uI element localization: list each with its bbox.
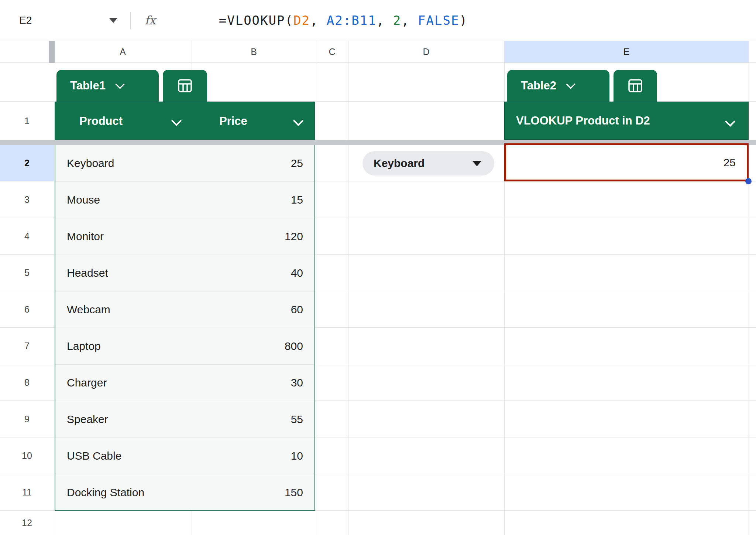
formula-token-range: A2:B11 [327,13,377,28]
cell-a7[interactable]: Laptop [55,340,101,352]
table1-chip-label: Table1 [70,79,106,92]
formula-token: , [401,13,418,28]
table-row: Charger 30 [55,364,315,401]
name-box-dropdown-icon[interactable] [109,18,117,23]
table1-header-row: Product Price [55,102,315,140]
cell-a4[interactable]: Monitor [55,230,104,243]
formula-token: =VLOOKUP( [219,13,293,28]
table1: Product Price Keyboard 25 Mouse 15 Monit… [55,102,315,511]
cell-b8[interactable]: 30 [291,376,315,389]
column-header-b[interactable]: B [192,41,316,62]
dropdown-arrow-icon[interactable] [472,161,482,166]
table2-chip-label: Table2 [521,79,556,92]
chevron-down-icon[interactable] [293,116,303,126]
name-box[interactable]: E2 [0,0,130,41]
cell-a8[interactable]: Charger [55,376,107,389]
formula-token: ) [459,13,467,28]
chevron-down-icon[interactable] [115,79,124,89]
row-header-1[interactable]: 1 [0,102,54,140]
row-header-9[interactable]: 9 [0,401,54,437]
table-row: Speaker 55 [55,401,315,437]
table1-header-product[interactable]: Product [79,102,123,140]
table2-header-row: VLOOKUP Product in D2 [504,102,749,140]
cell-a9[interactable]: Speaker [55,413,108,426]
formula-token: , [310,13,327,28]
formula-bar: E2 fx =VLOOKUP(D2, A2:B11, 2, FALSE) [0,0,756,41]
table1-menu-chip[interactable] [163,70,207,102]
cell-b4[interactable]: 120 [285,230,315,243]
table-row: Headset 40 [55,255,315,291]
row-header-12[interactable]: 12 [0,511,54,535]
cell-b7[interactable]: 800 [285,340,315,352]
table2-header-label[interactable]: VLOOKUP Product in D2 [516,102,650,139]
cell-b10[interactable]: 10 [291,450,315,462]
row-header-2[interactable]: 2 [0,145,54,181]
active-cell-reference: E2 [19,14,32,26]
cell-b11[interactable]: 150 [285,486,315,499]
cell-e2-selected[interactable]: 25 [504,143,749,181]
column-header-e[interactable]: E [504,41,749,62]
table-icon [627,78,643,94]
select-all-corner[interactable] [0,41,49,62]
row-header-4[interactable]: 4 [0,218,54,255]
column-header-d[interactable]: D [348,41,504,62]
formula-token-number: 2 [393,13,401,28]
table-row: Docking Station 150 [55,474,315,511]
formula-token-boolean: FALSE [418,13,459,28]
table-icon [177,78,193,94]
row-header-11[interactable]: 11 [0,474,54,511]
row-header-8[interactable]: 8 [0,364,54,401]
d2-dropdown[interactable]: Keyboard [362,151,494,176]
gridline-vertical [749,41,749,535]
column-header-a[interactable]: A [54,41,192,62]
cell-a3[interactable]: Mouse [55,194,100,206]
table2-name-chip[interactable]: Table2 [507,70,609,102]
chevron-down-icon[interactable] [566,79,575,89]
cell-a6[interactable]: Webcam [55,303,110,316]
table1-header-price[interactable]: Price [219,102,247,140]
formula-token: , [377,13,393,28]
formula-token-cell-ref: D2 [293,13,310,28]
gridline-vertical [54,41,54,535]
cell-b6[interactable]: 60 [291,303,315,316]
table-row: Mouse 15 [55,181,315,218]
chevron-down-icon[interactable] [171,116,182,126]
row-header-6[interactable]: 6 [0,291,54,328]
cell-b2[interactable]: 25 [291,157,315,170]
d2-dropdown-value: Keyboard [374,157,425,170]
cell-b9[interactable]: 55 [291,413,315,426]
row-header-3[interactable]: 3 [0,181,54,218]
table-row: Laptop 800 [55,328,315,364]
cell-e2-value: 25 [724,156,736,169]
column-header-c[interactable]: C [316,41,348,62]
chevron-down-icon[interactable] [725,116,735,127]
row-header-10[interactable]: 10 [0,437,54,474]
gridline-vertical [348,41,348,535]
formula-input[interactable]: =VLOOKUP(D2, A2:B11, 2, FALSE) [169,0,468,42]
spreadsheet-app: E2 fx =VLOOKUP(D2, A2:B11, 2, FALSE) A B… [0,0,756,535]
column-header-strip: A B C D E [0,41,756,63]
gridline-vertical [316,41,316,535]
cell-a11[interactable]: Docking Station [55,486,144,499]
cell-a10[interactable]: USB Cable [55,450,121,462]
cell-a2[interactable]: Keyboard [55,157,114,170]
fx-icon: fx [145,13,156,27]
cell-a5[interactable]: Headset [55,267,108,279]
table2-menu-chip[interactable] [614,70,657,102]
cell-b3[interactable]: 15 [291,194,315,206]
table1-name-chip[interactable]: Table1 [56,70,159,102]
formula-bar-divider [130,12,131,29]
table-row: USB Cable 10 [55,437,315,474]
fill-handle[interactable] [745,178,752,184]
row-header-5[interactable]: 5 [0,255,54,291]
table-row: Keyboard 25 [55,140,315,181]
table-row: Monitor 120 [55,218,315,255]
row-header-7[interactable]: 7 [0,328,54,364]
table-row: Webcam 60 [55,291,315,328]
cell-b5[interactable]: 40 [291,267,315,279]
